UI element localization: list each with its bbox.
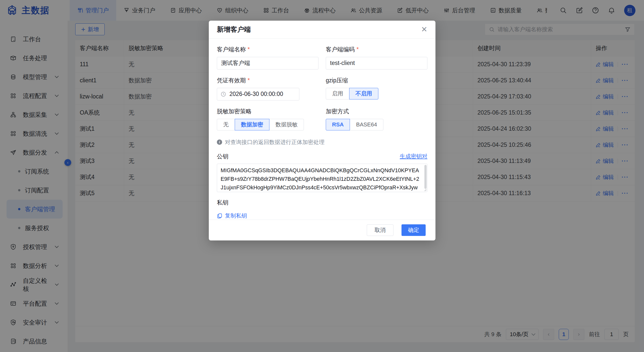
scrollbar-thumb[interactable] <box>424 165 427 189</box>
generate-keypair-link[interactable]: 生成密钥对 <box>400 153 427 160</box>
required-star: * <box>248 77 250 84</box>
gzip-disable-option[interactable]: 不启用 <box>349 88 378 99</box>
clock-icon <box>221 91 226 97</box>
field-credential-validity: 凭证有效期* 2026-06-30 00:00:00 <box>217 77 318 100</box>
field-encryption-method: 加密方式 RSA BASE64 <box>326 108 427 130</box>
gzip-segmented-control: 启用 不启用 <box>326 88 427 99</box>
modal-footer: 取消 确定 <box>209 220 435 240</box>
public-key-header: 公钥 生成密钥对 <box>217 153 427 160</box>
copy-icon <box>217 213 222 219</box>
client-code-input[interactable] <box>326 57 427 69</box>
field-masking-policy: 脱敏加密策略 无 数据加密 数据脱敏 <box>217 108 318 130</box>
modal-body: 客户端名称* 客户端编码* 凭证有效期* 2026-06-30 00:00:00… <box>209 39 435 220</box>
policy-segmented-control: 无 数据加密 数据脱敏 <box>217 119 318 130</box>
method-segmented-control: RSA BASE64 <box>326 119 427 130</box>
resize-grip-icon[interactable] <box>424 189 427 191</box>
validity-date-input[interactable]: 2026-06-30 00:00:00 <box>217 88 299 100</box>
copy-private-key-link[interactable]: 复制私钥 <box>217 212 247 220</box>
field-client-name: 客户端名称* <box>217 46 318 69</box>
close-icon[interactable]: ✕ <box>421 26 427 33</box>
confirm-button[interactable]: 确定 <box>401 224 426 236</box>
policy-encrypt-option[interactable]: 数据加密 <box>235 119 269 130</box>
modal-title: 新增客户端 <box>217 25 251 34</box>
modal-header: 新增客户端 ✕ <box>209 21 435 39</box>
policy-mask-option[interactable]: 数据脱敏 <box>269 119 304 130</box>
cancel-button[interactable]: 取消 <box>367 224 393 236</box>
encryption-info-tip: i 对查询接口的返回数据进行正体加密处理 <box>217 138 427 146</box>
required-star: * <box>356 46 359 53</box>
gzip-enable-option[interactable]: 启用 <box>326 88 349 99</box>
field-gzip: gzip压缩 启用 不启用 <box>326 77 427 100</box>
public-key-textarea[interactable]: MIGfMA0GCSqGSIb3DQEBAQUAA4GNADCBiQKBgQCr… <box>217 164 427 192</box>
info-icon: i <box>217 139 222 145</box>
policy-none-option[interactable]: 无 <box>217 119 235 130</box>
client-name-input[interactable] <box>217 57 318 69</box>
required-star: * <box>248 46 250 53</box>
public-key-label: 公钥 <box>217 153 228 160</box>
method-base64-option[interactable]: BASE64 <box>350 119 383 130</box>
field-client-code: 客户端编码* <box>326 46 427 69</box>
private-key-label: 私钥 <box>217 199 427 206</box>
add-client-modal: 新增客户端 ✕ 客户端名称* 客户端编码* 凭证有效期* 2026-06-30 … <box>209 21 435 240</box>
method-rsa-option[interactable]: RSA <box>326 119 350 130</box>
